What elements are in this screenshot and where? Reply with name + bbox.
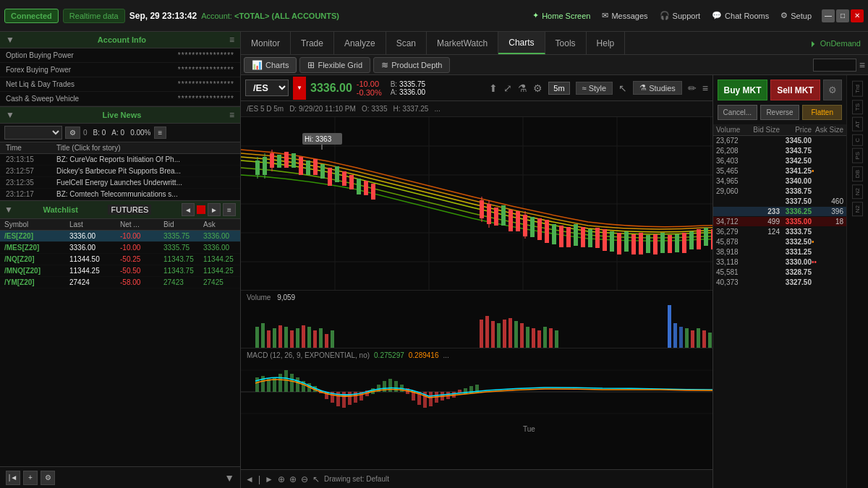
chart-zoom-out[interactable]: ⊖ (301, 474, 308, 484)
ondemand-btn[interactable]: ⏵ OnDemand (802, 39, 868, 48)
messages-icon: ✉ (602, 11, 608, 20)
news-row-1[interactable]: 23:12:57 Dickey's Barbecue Pit Supports … (0, 166, 240, 177)
svg-rect-42 (545, 220, 549, 243)
svg-rect-98 (325, 334, 328, 348)
cancel-order-button[interactable]: Cancel... (718, 105, 757, 120)
minimize-button[interactable]: — (822, 9, 835, 22)
news-list-btn[interactable]: ≡ (154, 127, 167, 139)
svg-rect-65 (711, 229, 712, 249)
chart-pan-left[interactable]: ⊕ (278, 474, 285, 484)
svg-rect-87 (261, 323, 265, 348)
chart-scroll-right[interactable]: ► (265, 474, 273, 484)
watchlist-row-4[interactable]: /YM[Z20] 27424 -58.00 27423 27425 (0, 277, 240, 288)
flask-icon[interactable]: ⚗ (518, 82, 527, 94)
watchlist-settings-btn[interactable]: ≡ (223, 203, 236, 216)
svg-rect-163 (412, 392, 415, 401)
drawing-tools-icon[interactable]: ✏ (688, 82, 697, 94)
chart-bottom-bar: ◄ | ► ⊕ ⊕ ⊖ ↖ Drawing set: Default (241, 469, 712, 488)
sell-market-button[interactable]: Sell MKT (770, 80, 820, 100)
tab-marketwatch[interactable]: MarketWatch (427, 32, 498, 54)
left-bottom-scroll[interactable]: ▼ (224, 472, 234, 484)
tab-help[interactable]: Help (587, 32, 626, 54)
svg-rect-106 (514, 321, 518, 348)
news-row-3[interactable]: 23:12:17 BZ: Comtech Telecommunications … (0, 189, 240, 200)
account-row-cash: Cash & Sweep Vehicle **************** (0, 92, 240, 106)
symbol-selector[interactable]: /ES (245, 80, 289, 96)
right-label-db[interactable]: DB (852, 166, 863, 181)
svg-rect-17 (284, 152, 289, 168)
close-button[interactable]: ✕ (851, 9, 864, 22)
right-label-at[interactable]: AT (852, 117, 863, 132)
tab-monitor[interactable]: Monitor (241, 32, 291, 54)
order-secondary-buttons: Cancel... Reverse Flatten (713, 105, 846, 124)
style-icon: ≈ (582, 84, 587, 93)
left-bottom-add[interactable]: + (23, 471, 38, 485)
account-info-header[interactable]: ▼ Account Info ≡ (0, 32, 240, 48)
watchlist-row-2[interactable]: /NQ[Z20] 11344.50 -50.25 11343.75 11344.… (0, 254, 240, 265)
sub-tab-flexible-grid[interactable]: ⊞ Flexible Grid (299, 57, 370, 73)
style-button[interactable]: ≈ Style (576, 82, 613, 95)
chart-settings-icon[interactable]: ⚙ (533, 82, 542, 94)
maximize-button[interactable]: □ (836, 9, 849, 22)
news-columns: Time Title (Click for story) (0, 142, 240, 154)
right-label-n2-2[interactable]: N2 (852, 202, 863, 216)
sub-tab-charts[interactable]: 📊 Charts (244, 57, 297, 73)
news-row-0[interactable]: 23:13:15 BZ: CureVac Reports Initiation … (0, 154, 240, 166)
right-label-ts[interactable]: TS (852, 100, 863, 114)
watchlist-next-btn[interactable]: ► (208, 203, 221, 216)
right-label-ps[interactable]: PS (852, 148, 863, 163)
studies-button[interactable]: ⚗ Studies (633, 81, 682, 95)
watchlist-prev-btn[interactable]: ◄ (182, 203, 195, 216)
tab-scan[interactable]: Scan (386, 32, 427, 54)
sub-tab-list-btn[interactable]: ≡ (859, 59, 865, 71)
chart-menu-icon[interactable]: ≡ (702, 82, 708, 94)
reverse-button[interactable]: Reverse (760, 105, 800, 120)
support-btn[interactable]: 🎧 Support (660, 11, 701, 20)
tab-trade[interactable]: Trade (291, 32, 334, 54)
right-label-trd[interactable]: Trd (852, 81, 863, 97)
cursor-icon[interactable]: ↖ (618, 82, 627, 94)
tab-charts[interactable]: Charts (498, 32, 545, 54)
watchlist-row-3[interactable]: /MNQ[Z20] 11344.25 -50.50 11343.75 11344… (0, 265, 240, 277)
chart-zoom-in[interactable]: ⊕ (289, 474, 297, 484)
svg-rect-92 (290, 330, 294, 348)
chart-scroll-left[interactable]: ◄ (245, 474, 254, 484)
bid-ask-display: B: 3335.75 A: 3336.00 (391, 80, 425, 96)
left-bottom-prev[interactable]: |◄ (6, 471, 20, 485)
share-icon[interactable]: ⬆ (489, 82, 498, 94)
news-row-2[interactable]: 23:12:35 FuelCell Energy Launches Underw… (0, 177, 240, 189)
left-bottom-settings[interactable]: ⚙ (41, 471, 55, 485)
messages-btn[interactable]: ✉ Messages (602, 11, 647, 20)
ob-row-9: 36,279 124 3333.75 (713, 227, 846, 237)
right-label-n2-1[interactable]: N2 (852, 184, 863, 199)
order-settings-button[interactable]: ⚙ (823, 80, 842, 100)
svg-text:Tue: Tue (523, 425, 535, 433)
svg-rect-116 (679, 327, 683, 348)
svg-rect-35 (501, 205, 506, 226)
tab-tools[interactable]: Tools (545, 32, 587, 54)
home-screen-btn[interactable]: ✦ Home Screen (532, 11, 590, 20)
news-filter-select[interactable] (4, 126, 62, 140)
chart-cursor-mode[interactable]: ↖ (312, 474, 320, 484)
setup-btn[interactable]: ⚙ Setup (780, 11, 812, 20)
sub-tab-product-depth[interactable]: ≋ Product Depth (373, 57, 450, 73)
chat-rooms-btn[interactable]: 💬 Chat Rooms (712, 11, 769, 20)
flatten-button[interactable]: Flatten (802, 105, 842, 120)
expand-icon[interactable]: ⤢ (503, 82, 512, 94)
live-news-header[interactable]: ▼ Live News ≡ (0, 107, 240, 124)
timeframe-button[interactable]: 5m (548, 82, 569, 95)
right-label-c[interactable]: C (852, 134, 863, 146)
tab-analyze[interactable]: Analyze (334, 32, 386, 54)
svg-rect-50 (603, 229, 607, 251)
svg-rect-62 (689, 231, 694, 249)
ob-row-current: 233 3336.25 396 (713, 207, 846, 217)
news-gear-btn[interactable]: ⚙ (65, 127, 80, 139)
svg-rect-109 (532, 328, 535, 348)
watchlist-row-0[interactable]: /ES[Z20] 3336.00 -10.00 3335.75 3336.00 (0, 231, 240, 242)
grid-icon: ⊞ (307, 60, 315, 70)
sub-tab-preview-box (813, 59, 856, 72)
svg-rect-103 (497, 323, 501, 348)
watchlist-row-1[interactable]: /MES[Z20] 3336.00 -10.00 3335.75 3336.00 (0, 242, 240, 254)
buy-market-button[interactable]: Buy MKT (718, 80, 767, 100)
news-pct: 0.00% (130, 129, 150, 137)
